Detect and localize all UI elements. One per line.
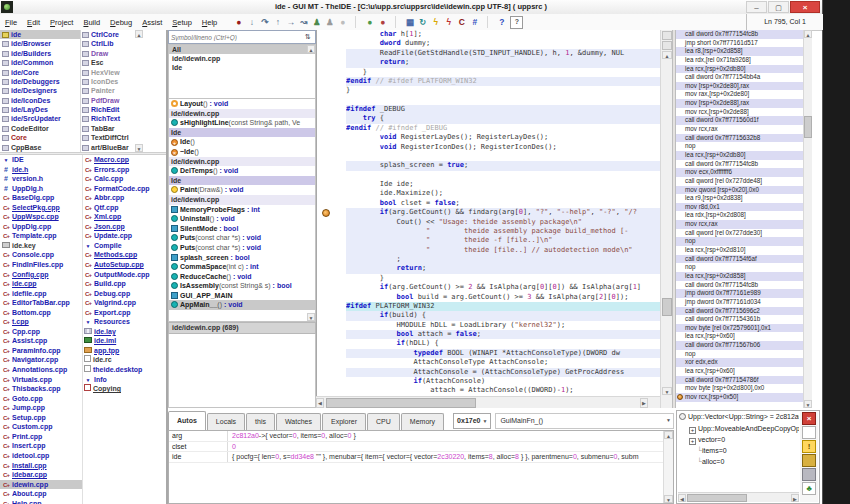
code-line[interactable] [346, 96, 660, 105]
editor-vscrollbar[interactable] [660, 30, 672, 408]
file-group-header[interactable]: Resources [82, 317, 166, 327]
disassembly-line[interactable]: call dword 0x7ff7715696c2 [676, 307, 803, 316]
file-item[interactable]: Goto.cpp [0, 394, 82, 404]
inspector-item[interactable]: └items=0 [677, 445, 799, 456]
inspector-warning-button[interactable]: ! [802, 440, 816, 453]
file-item[interactable]: FormatCode.cpp [82, 184, 166, 194]
package-item[interactable]: TextDiffCtrl [80, 133, 166, 142]
file-item[interactable]: ide.cpp [0, 279, 82, 289]
tab-autos[interactable]: Autos [168, 411, 206, 430]
package-item[interactable]: CodeEditor [0, 124, 80, 133]
file-item[interactable]: ide.h [0, 165, 82, 175]
file-item[interactable]: Jump.cpp [0, 403, 82, 413]
context-help-icon[interactable]: ? [510, 16, 523, 29]
code-line[interactable]: bool build = arg.GetCount() >= 3 && IsAl… [346, 293, 660, 302]
file-item[interactable]: Update.cpp [82, 231, 166, 241]
symbol-item[interactable]: +Ide() [169, 137, 315, 147]
package-green-icon[interactable]: ● [363, 15, 376, 29]
inspector-memory-button[interactable] [802, 468, 816, 481]
step-over-icon[interactable]: ↷ [258, 15, 271, 29]
code-line[interactable]: ReadFile(GetStdHandle(STD_INPUT_HANDLE),… [346, 49, 660, 58]
package-item[interactable]: RichText [80, 114, 166, 123]
file-item[interactable]: Virtuals.cpp [0, 375, 82, 385]
code-line[interactable]: " theide -f [file..]\n" [346, 236, 660, 245]
file-item[interactable]: ide.iml [82, 336, 166, 346]
package-item[interactable]: ide/Debuggers [0, 77, 80, 86]
code-line[interactable]: void RegisterLayDes(); RegisterLayDes(); [346, 133, 660, 142]
disassembly-line[interactable]: mov byte [rsp+0x2d800],0x0 [676, 384, 803, 393]
code-line[interactable]: dword dummy; [346, 39, 660, 48]
file-item[interactable]: t.cpp [0, 317, 82, 327]
file-item[interactable]: Custom.cpp [0, 422, 82, 432]
symbol-item[interactable]: DelTemps() : void [169, 166, 315, 176]
file-item[interactable]: idewin.cpp [0, 480, 82, 490]
expand-plus-icon[interactable]: + [689, 438, 696, 445]
file-item[interactable]: Valgrind.cpp [82, 298, 166, 308]
menu-edit[interactable]: Edit [22, 15, 45, 30]
file-item[interactable]: idebar.cpp [0, 470, 82, 480]
file-item[interactable]: Console.cpp [0, 250, 82, 260]
disassembly-line[interactable]: mov ecx,0xfffffff6 [676, 168, 803, 177]
disassembly-line[interactable]: jmp dword 0x7ff77161e989 [676, 289, 803, 298]
code-line[interactable]: " theide [file..] // autodetection mode\… [346, 246, 660, 255]
editor-gutter[interactable] [316, 30, 346, 396]
disassembly-line[interactable]: lea rdx,[rel 0x71fa9268] [676, 56, 803, 65]
code-line[interactable]: #endif // #ifdef PLATFORM_WIN32 [346, 77, 660, 86]
file-item[interactable]: Errors.cpp [82, 165, 166, 175]
file-item[interactable]: ide.rc [82, 355, 166, 365]
package-item[interactable]: CtrlCore [80, 30, 166, 39]
file-item[interactable]: Xml.cpp [82, 212, 166, 222]
scope-item[interactable]: Ide [169, 63, 315, 72]
file-item[interactable]: ParamInfo.cpp [0, 346, 82, 356]
package-red-icon[interactable]: ● [376, 15, 389, 29]
code-line[interactable]: bool clset = false; [346, 199, 660, 208]
file-item[interactable]: About.cpp [0, 489, 82, 499]
symbol-item[interactable]: Layout() : void [169, 99, 315, 109]
file-item[interactable]: Navigator.cpp [0, 355, 82, 365]
symbol-item[interactable]: GUI_APP_MAIN [169, 291, 315, 301]
disassembly-line[interactable]: jmp dword 0x7ff77161d034 [676, 298, 803, 307]
editor-scroll-left[interactable] [316, 398, 324, 408]
file-item[interactable]: Abbr.cpp [82, 193, 166, 203]
disassembly-line[interactable]: mov qword [rsp+0x20],0x0 [676, 186, 803, 195]
watch-row[interactable]: arg2c812a0->{ vector=0, items=0, alloc=0… [169, 431, 673, 442]
code-line[interactable]: AttachConsoleType AttachConsole; [346, 358, 660, 367]
disassembly-line[interactable]: call qword [rel 0x727dde48] [676, 177, 803, 186]
package-item[interactable]: Core [0, 133, 80, 142]
disassembly-line[interactable]: lea rcx,[rsp+0x2d858] [676, 272, 803, 281]
code-line[interactable]: #ifdef PLATFORM_WIN32 [346, 302, 660, 311]
execution-point-icon[interactable] [322, 209, 330, 217]
minimize-button[interactable] [746, 1, 767, 13]
disassembly-line[interactable]: mov byte [rel 0x72579601],0x1 [676, 324, 803, 333]
code-line[interactable]: if(AttachConsole) [346, 377, 660, 386]
symbol-scroll-down[interactable] [307, 313, 315, 321]
file-item[interactable]: Macro.cpp [82, 155, 166, 165]
symbol-item[interactable]: AppMain__() : void [169, 300, 315, 310]
code-line[interactable] [346, 152, 660, 161]
disassembly-line[interactable]: call dword 0x7ff771567b06 [676, 341, 803, 350]
inspector-hscrollbar[interactable] [678, 492, 799, 502]
file-item[interactable]: Config.cpp [0, 270, 82, 280]
disassembly-line[interactable]: xor edx,edx [676, 358, 803, 367]
code-line[interactable]: } [346, 68, 660, 77]
inspector-folder-button[interactable] [802, 454, 816, 467]
symbol-item[interactable]: Puts(const char *s) : void [169, 233, 315, 243]
file-item[interactable]: Calc.cpp [82, 174, 166, 184]
code-line[interactable]: if(build) { [346, 311, 660, 320]
inspector-item[interactable]: +Upp::MoveableAndDeepCopyOpt [677, 423, 799, 434]
code-line[interactable]: ; [346, 255, 660, 264]
file-item[interactable]: Assist.cpp [0, 336, 82, 346]
file-item[interactable]: Export.cpp [82, 308, 166, 318]
tab-locals[interactable]: Locals [207, 413, 245, 430]
disassembly-line[interactable]: mov rcx,rax [676, 125, 803, 134]
editor-scroll-right[interactable] [640, 398, 648, 408]
package-item[interactable]: IconDes [80, 77, 166, 86]
expand-plus-icon[interactable]: + [689, 427, 696, 434]
build-lightning-icon[interactable]: ϟ [429, 15, 442, 29]
watch-row[interactable]: clset0 [169, 442, 673, 453]
disassembly-line[interactable]: nop [676, 350, 803, 359]
disassembly-line[interactable]: lea rcx,[rsp+0x2db80] [676, 151, 803, 160]
file-item[interactable]: Json.cpp [82, 222, 166, 232]
disassembly-line[interactable]: call dword 0x7ff77154fc8b [676, 160, 803, 169]
disassembly-line[interactable]: nop [676, 142, 803, 151]
